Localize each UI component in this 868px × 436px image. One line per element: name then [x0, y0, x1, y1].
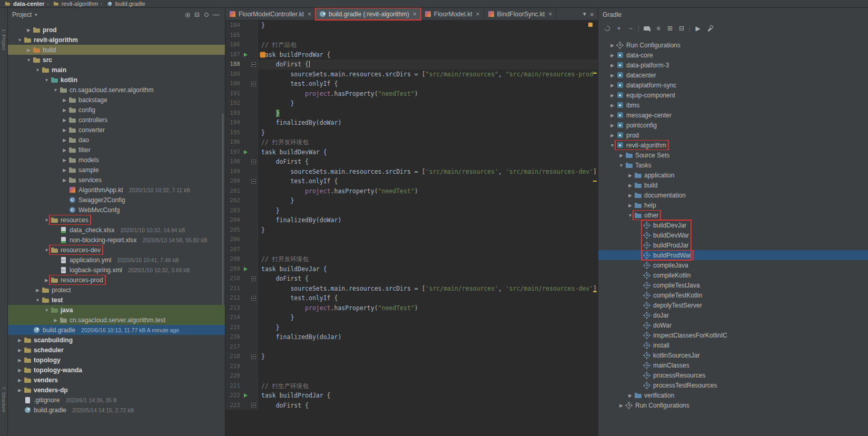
- tool-button-structure[interactable]: 7: Structure: [1, 387, 7, 412]
- code-text[interactable]: }: [258, 225, 598, 235]
- tree-collapsed-arrow-icon[interactable]: ▶: [609, 133, 616, 138]
- project-tree-item-topology[interactable]: ▶topology: [8, 355, 225, 365]
- tab-close-icon[interactable]: ×: [308, 11, 311, 18]
- project-tree-item-algorithmapp-kt[interactable]: AlgorithmApp.kt2020/1/10 10:32, 7.11 kB: [8, 185, 225, 195]
- tab-close-icon[interactable]: ×: [476, 11, 480, 18]
- tree-collapsed-arrow-icon[interactable]: ▶: [627, 183, 634, 188]
- tree-collapsed-arrow-icon[interactable]: ▶: [627, 193, 634, 198]
- code-text[interactable]: }: [258, 21, 598, 31]
- tree-collapsed-arrow-icon[interactable]: ▶: [43, 278, 50, 283]
- gradle-tree-item-dojar[interactable]: doJar: [598, 310, 868, 320]
- tree-collapsed-arrow-icon[interactable]: ▶: [609, 53, 616, 58]
- tree-collapsed-arrow-icon[interactable]: ▶: [16, 378, 23, 383]
- project-tree-item-logback-spring-xml[interactable]: logback-spring.xml2020/1/10 10:32, 3.69 …: [8, 265, 225, 275]
- tree-collapsed-arrow-icon[interactable]: ▶: [627, 393, 634, 398]
- project-tree-item-build[interactable]: ▶build: [8, 45, 225, 55]
- project-tree-item-swagger2config[interactable]: Swagger2Config: [8, 195, 225, 205]
- editor-tab-floormodelcontroller-kt[interactable]: FloorModelController.kt×: [225, 8, 315, 20]
- project-tree-item-models[interactable]: ▶models: [8, 155, 225, 165]
- code-text[interactable]: }: [258, 352, 598, 362]
- gradle-expand-all-icon[interactable]: ⊞: [664, 23, 676, 34]
- gradle-tree-item-compiletestkotlin[interactable]: compileTestKotlin: [598, 290, 868, 300]
- gradle-tree-item-verification[interactable]: ▶verification: [598, 390, 868, 400]
- project-tree-item-application-yml[interactable]: application.yml2020/6/16 10:41, 7.46 kB: [8, 255, 225, 265]
- project-tree-item-sample[interactable]: ▶sample: [8, 165, 225, 175]
- locate-icon[interactable]: [183, 10, 192, 19]
- project-tree-item-scanbuilding[interactable]: ▶scanbuilding: [8, 335, 225, 345]
- code-text[interactable]: [258, 371, 598, 381]
- gradle-tree-item-pointconfig[interactable]: ▶pointconfig: [598, 120, 868, 130]
- gradle-tree-item-kotlinsourcesjar[interactable]: kotlinSourcesJar: [598, 350, 868, 360]
- project-tree-item-services[interactable]: ▶services: [8, 175, 225, 185]
- gradle-tree-item-inspectclassesforkotlinic[interactable]: inspectClassesForKotlinIC: [598, 330, 868, 340]
- breadcrumb-item-build-gradle[interactable]: build.gradle: [104, 0, 146, 8]
- gradle-tree-item-data-core[interactable]: ▶data-core: [598, 50, 868, 60]
- project-tree-item-prod[interactable]: ▶prod: [8, 25, 225, 35]
- gradle-tree-item-prod[interactable]: ▶prod: [598, 130, 868, 140]
- tree-collapsed-arrow-icon[interactable]: ▶: [16, 368, 23, 373]
- fold-gutter[interactable]: [250, 176, 258, 186]
- code-text[interactable]: project.hasProperty("needTest"): [258, 186, 598, 196]
- code-text[interactable]: finalizedBy(doJar): [258, 332, 598, 342]
- gradle-remove-icon[interactable]: −: [625, 23, 636, 34]
- fold-icon[interactable]: [251, 354, 256, 359]
- gradle-tree-item-source-sets[interactable]: ▶Source Sets: [598, 150, 868, 160]
- tree-collapsed-arrow-icon[interactable]: ▶: [61, 167, 68, 173]
- fold-icon[interactable]: [251, 160, 256, 164]
- code-text[interactable]: finalizedBy(doWar): [258, 118, 598, 128]
- tree-expanded-arrow-icon[interactable]: ▼: [43, 247, 50, 253]
- gradle-add-icon[interactable]: +: [613, 23, 625, 34]
- tree-collapsed-arrow-icon[interactable]: ▶: [61, 137, 68, 143]
- code-text[interactable]: }: [258, 98, 598, 108]
- tree-collapsed-arrow-icon[interactable]: ▶: [609, 113, 616, 118]
- code-text[interactable]: // 打开发环境包: [258, 254, 598, 264]
- collapse-all-icon[interactable]: ⊟: [192, 10, 202, 19]
- tree-collapsed-arrow-icon[interactable]: ▶: [609, 103, 616, 108]
- gradle-collapse-all-icon[interactable]: ⊟: [676, 23, 687, 34]
- project-tree-item-data-check-xlsx[interactable]: data_check.xlsx2020/1/10 10:32, 14.94 kB: [8, 225, 225, 235]
- code-text[interactable]: [258, 342, 598, 352]
- project-tree-item-topology-wanda[interactable]: ▶topology-wanda: [8, 365, 225, 375]
- tree-collapsed-arrow-icon[interactable]: ▶: [16, 358, 23, 363]
- run-gutter[interactable]: [241, 391, 250, 401]
- code-text[interactable]: }: [258, 323, 598, 333]
- project-tree-item-filter[interactable]: ▶filter: [8, 145, 225, 155]
- code-text[interactable]: task buildProdJar {: [258, 391, 598, 401]
- hide-icon[interactable]: —: [211, 10, 221, 19]
- gradle-tree-item-buildprodjar[interactable]: buildProdJar: [598, 240, 868, 250]
- fold-gutter[interactable]: [250, 157, 258, 167]
- run-gutter[interactable]: [241, 264, 250, 274]
- fold-icon[interactable]: [251, 62, 256, 67]
- warning-stripe-mark[interactable]: [593, 291, 597, 292]
- fold-gutter[interactable]: [250, 293, 258, 303]
- fold-gutter[interactable]: [250, 274, 258, 284]
- tree-collapsed-arrow-icon[interactable]: ▶: [609, 93, 616, 98]
- gradle-tree-item-documentation[interactable]: ▶documentation: [598, 190, 868, 200]
- fold-icon[interactable]: [251, 296, 256, 301]
- tree-collapsed-arrow-icon[interactable]: ▶: [627, 173, 634, 178]
- gradle-tree-item-dowar[interactable]: doWar: [598, 320, 868, 330]
- code-text[interactable]: doFirst {: [258, 60, 598, 70]
- code-text[interactable]: [258, 235, 598, 245]
- gradle-tree-item-equip-component[interactable]: ▶equip-component: [598, 90, 868, 100]
- gradle-elephant-icon[interactable]: [641, 23, 653, 34]
- editor-tab-bindfloorsync-kt[interactable]: BindFloorSync.kt×: [484, 8, 557, 20]
- tree-collapsed-arrow-icon[interactable]: ▶: [618, 403, 625, 408]
- tree-collapsed-arrow-icon[interactable]: ▶: [609, 43, 616, 48]
- fold-icon[interactable]: [251, 276, 256, 281]
- code-text[interactable]: finalizedBy(doWar): [258, 215, 598, 225]
- project-tree-item-build-gradle[interactable]: build.gradle2020/6/16 10:13, 11.77 kB A …: [8, 325, 225, 335]
- tree-expanded-arrow-icon[interactable]: ▼: [43, 217, 50, 223]
- gradle-tree-item-tasks[interactable]: ▼Tasks: [598, 160, 868, 170]
- project-tree-item-resources-prod[interactable]: ▶resources-prod: [8, 275, 225, 285]
- tree-collapsed-arrow-icon[interactable]: ▶: [627, 203, 634, 208]
- run-task-icon[interactable]: [244, 393, 248, 398]
- code-text[interactable]: }: [258, 206, 598, 216]
- editor-menu-icon[interactable]: ≡: [590, 11, 594, 17]
- gradle-tree-item-buildprodwar[interactable]: buildProdWar: [598, 250, 868, 260]
- project-tree-item-cn-sagacloud-server-algorithm[interactable]: ▼cn.sagacloud.server.algorithm: [8, 85, 225, 95]
- project-tree-item-scheduler[interactable]: ▶scheduler: [8, 345, 225, 355]
- code-text[interactable]: project.hasProperty("needTest"): [258, 303, 598, 313]
- code-text[interactable]: }: [258, 108, 598, 118]
- code-text[interactable]: test.onlyIf {: [258, 79, 598, 89]
